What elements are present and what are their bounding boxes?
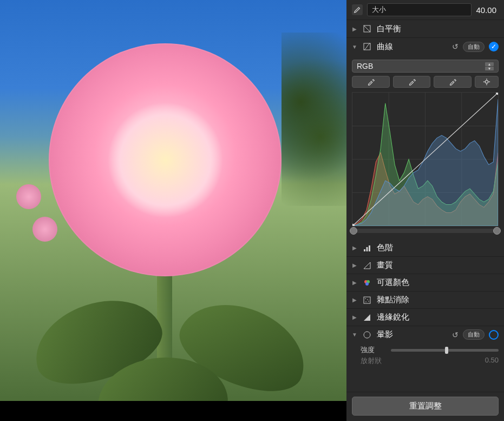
section-curves[interactable]: ▼ 曲線 ↺ 自動 ✓	[346, 38, 504, 55]
chevron-right-icon: ▶	[352, 245, 357, 251]
photo-canvas	[0, 0, 346, 401]
brush-size-label: 大小	[367, 3, 472, 16]
definition-label: 畫質	[377, 260, 499, 270]
svg-point-17	[365, 282, 369, 286]
definition-icon	[362, 261, 372, 270]
svg-point-22	[368, 301, 369, 302]
curves-range-slider[interactable]	[352, 229, 499, 233]
chevron-right-icon: ▶	[352, 315, 357, 320]
adjustments-panel: 大小 40.00 ▶ 白平衡 ▼ 曲線 ↺ 自動 ✓ RGB ▴▾	[346, 0, 504, 421]
vignette-icon	[362, 331, 372, 339]
curves-icon	[362, 41, 372, 52]
brush-size-row: 大小 40.00	[346, 0, 504, 20]
svg-rect-14	[369, 245, 370, 251]
svg-point-21	[365, 301, 366, 302]
eyedropper-white-button[interactable]	[434, 76, 472, 88]
section-white-balance[interactable]: ▶ 白平衡	[346, 20, 504, 38]
slider-thumb[interactable]	[445, 347, 448, 354]
selective-color-icon	[362, 278, 372, 287]
eyedropper-black-button[interactable]	[352, 76, 390, 88]
white-balance-label: 白平衡	[377, 24, 499, 34]
chevron-right-icon: ▶	[352, 26, 357, 31]
add-point-button[interactable]	[475, 76, 499, 88]
reset-adjustments-button[interactable]: 重置調整	[352, 397, 499, 416]
curves-channel-value: RGB	[357, 62, 373, 70]
vignette-reset-icon[interactable]: ↺	[452, 331, 459, 339]
vignette-intensity-label: 強度	[361, 345, 387, 355]
vignette-radius-value: 0.50	[485, 356, 499, 366]
white-balance-icon	[362, 23, 372, 34]
panel-footer: 重置調整	[346, 392, 504, 421]
curves-auto-button[interactable]: 自動	[463, 42, 485, 52]
brush-size-value[interactable]: 40.00	[476, 5, 499, 15]
selective-color-label: 可選顏色	[377, 277, 499, 288]
svg-rect-13	[366, 247, 368, 251]
svg-rect-18	[364, 297, 370, 303]
curves-histogram[interactable]	[352, 92, 499, 226]
curves-reset-icon[interactable]: ↺	[452, 42, 459, 51]
svg-point-20	[367, 299, 368, 300]
black-point-knob[interactable]	[350, 227, 357, 235]
section-sharpen[interactable]: ▶ 邊緣銳化	[346, 309, 504, 326]
svg-point-23	[364, 332, 370, 338]
vignette-auto-button[interactable]: 自動	[463, 329, 485, 340]
curves-eyedropper-row	[346, 76, 504, 92]
eyedropper-gray-button[interactable]	[393, 76, 431, 88]
sharpen-label: 邊緣銳化	[377, 312, 499, 322]
chevron-right-icon: ▶	[352, 280, 357, 286]
section-definition[interactable]: ▶ 畫質	[346, 257, 504, 274]
chevron-right-icon: ▶	[352, 263, 357, 268]
svg-point-2	[485, 80, 488, 83]
levels-label: 色階	[377, 243, 499, 253]
section-levels[interactable]: ▶ 色階	[346, 239, 504, 257]
stepper-icon: ▴▾	[485, 62, 494, 70]
image-viewer[interactable]	[0, 0, 346, 421]
curves-label: 曲線	[377, 42, 448, 52]
vignette-intensity-slider[interactable]	[391, 349, 499, 352]
noise-icon	[362, 296, 372, 305]
vignette-enabled-toggle[interactable]	[489, 330, 499, 340]
chevron-right-icon: ▶	[352, 297, 357, 303]
vignette-intensity-row: 強度	[346, 343, 504, 356]
chevron-down-icon: ▼	[352, 44, 357, 49]
curves-channel-select[interactable]: RGB ▴▾	[352, 60, 499, 73]
chevron-down-icon: ▼	[352, 332, 357, 338]
svg-rect-12	[364, 249, 365, 251]
vignette-radius-label: 放射狀	[361, 356, 382, 366]
brush-icon[interactable]	[352, 4, 363, 15]
vignette-radius-row: 放射狀 0.50	[346, 356, 504, 369]
noise-label: 雜點消除	[377, 295, 499, 305]
white-point-knob[interactable]	[493, 227, 501, 235]
section-noise[interactable]: ▶ 雜點消除	[346, 292, 504, 309]
section-vignette[interactable]: ▼ 暈影 ↺ 自動	[346, 326, 504, 343]
sharpen-icon	[362, 313, 372, 322]
curves-enabled-toggle[interactable]: ✓	[489, 42, 499, 51]
section-selective-color[interactable]: ▶ 可選顏色	[346, 274, 504, 292]
levels-icon	[362, 244, 372, 252]
vignette-label: 暈影	[377, 329, 448, 340]
svg-point-19	[365, 298, 366, 299]
